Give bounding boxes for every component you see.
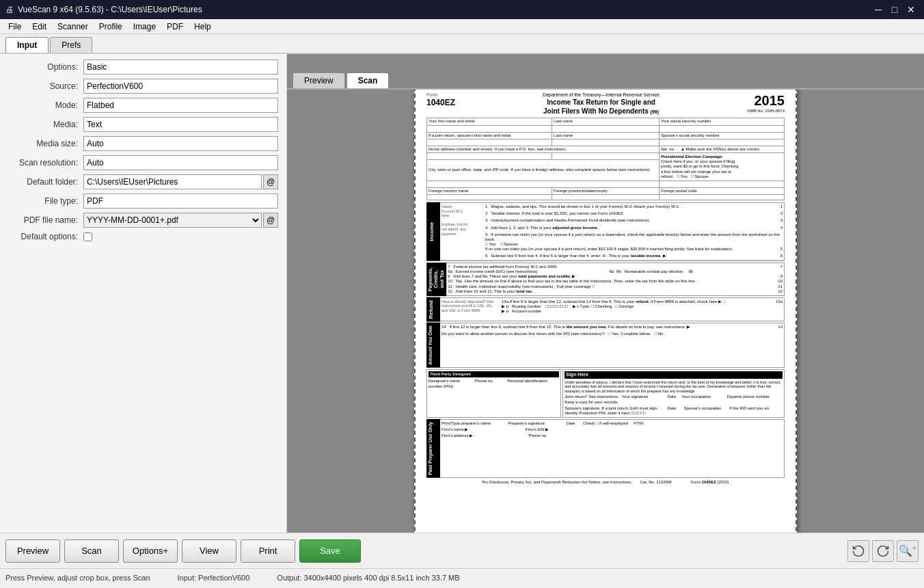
source-row: Source: PerfectionV600 (3, 79, 284, 94)
scanres-select-wrapper[interactable]: Auto 75 150 300 600 1200 (83, 155, 278, 170)
media-select[interactable]: Text Photo Slide Negative (87, 118, 275, 131)
options-select[interactable]: Basic Standard Professional (87, 60, 275, 74)
defaultopts-label: Default options: (8, 232, 83, 241)
mediasize-label: Media size: (8, 139, 83, 148)
title-text: VueScan 9 x64 (9.5.63) - C:\Users\IEUser… (18, 5, 202, 14)
omb-label: OMB No. 1545-0074 (747, 109, 785, 113)
mediasize-select[interactable]: Auto Letter A4 (87, 137, 275, 150)
preparer-section: Paid Preparer Use Only Print/Type prepar… (426, 419, 785, 478)
mediasize-row: Media size: Auto Letter A4 (3, 136, 284, 151)
tab-input[interactable]: Input (5, 37, 49, 53)
pdfname-label: PDF file name: (8, 215, 83, 225)
mode-label: Mode: (8, 101, 83, 110)
main-area: Options: Basic Standard Professional Sou… (0, 54, 924, 533)
options-row: Options: Basic Standard Professional (3, 59, 284, 75)
form-1040ez-label: 1040EZ (426, 98, 455, 107)
bottom-icons: 🔍+ (847, 540, 919, 562)
media-row: Media: Text Photo Slide Negative (3, 117, 284, 132)
menu-edit[interactable]: Edit (27, 21, 52, 33)
options-select-wrapper[interactable]: Basic Standard Professional (83, 59, 278, 75)
pdfname-at-button[interactable]: @ (263, 213, 278, 228)
folder-input[interactable] (83, 174, 262, 189)
amountowe-section: Amount You Owe 14 If line 12 is larger t… (426, 323, 785, 368)
print-button[interactable]: Print (241, 539, 295, 563)
defaultopts-checkbox[interactable] (83, 232, 92, 241)
status-input: Input: PerfectionV600 (178, 574, 250, 582)
close-button[interactable]: ✕ (903, 2, 919, 17)
folder-row: Default folder: @ (3, 174, 284, 189)
menu-scanner[interactable]: Scanner (52, 21, 94, 33)
preview-tabs-overlay: Preview Scan (287, 70, 924, 90)
left-panel: Options: Basic Standard Professional Sou… (0, 54, 287, 533)
defaultopts-row: Default options: (3, 232, 284, 241)
rotate-right-icon[interactable] (872, 540, 894, 562)
mediasize-select-wrapper[interactable]: Auto Letter A4 (83, 136, 278, 151)
signhere-section: Third Party Designee Designee's name Pho… (426, 369, 785, 418)
form-year-label: 2015 (747, 92, 785, 109)
footer-disclosure: For Disclosure, Privacy Act, and Paperwo… (426, 480, 785, 485)
filetype-select[interactable]: PDF JPEG TIFF PNG (87, 194, 275, 208)
source-label: Source: (8, 81, 83, 91)
minimize-button[interactable]: ─ (871, 2, 886, 17)
preview-area: Form 1040EZ Department of the Treasury—I… (287, 54, 924, 533)
filetype-select-wrapper[interactable]: PDF JPEG TIFF PNG (83, 193, 278, 209)
options-button[interactable]: Options+ (123, 539, 178, 563)
status-output: Output: 3400x4400 pixels 400 dpi 8.5x11 … (277, 574, 459, 582)
tab-preview-overlay[interactable]: Preview (293, 72, 345, 88)
scan-button[interactable]: Scan (64, 539, 119, 563)
menu-pdf[interactable]: PDF (161, 21, 189, 33)
pdfname-select[interactable]: YYYY-MM-DD-0001+.pdf (83, 213, 262, 228)
tab-scan-overlay[interactable]: Scan (346, 72, 390, 88)
form-number-label: Form (426, 92, 455, 98)
tab-prefs[interactable]: Prefs (50, 37, 92, 53)
maximize-button[interactable]: □ (887, 2, 902, 17)
pdfname-row: PDF file name: YYYY-MM-DD-0001+.pdf @ (3, 213, 284, 228)
document-preview: Form 1040EZ Department of the Treasury—I… (414, 80, 797, 533)
source-select-wrapper[interactable]: PerfectionV600 (83, 79, 278, 94)
mode-select-wrapper[interactable]: Flatbed Transparency ADF (83, 98, 278, 113)
folder-at-button[interactable]: @ (263, 174, 278, 189)
tabs-bar: Input Prefs (0, 34, 924, 54)
filetype-label: File type: (8, 196, 83, 206)
save-button[interactable]: Save (299, 539, 361, 563)
form-title-label: Income Tax Return for Single andJoint Fi… (461, 98, 742, 116)
app-icon: 🖨 (5, 5, 14, 14)
view-button[interactable]: View (182, 539, 236, 563)
scanres-select[interactable]: Auto 75 150 300 600 1200 (87, 156, 275, 170)
scanres-row: Scan resolution: Auto 75 150 300 600 120… (3, 155, 284, 170)
folder-label: Default folder: (8, 177, 83, 187)
status-hint: Press Preview, adjust crop box, press Sc… (5, 574, 150, 582)
source-select[interactable]: PerfectionV600 (87, 79, 275, 93)
agency-label: Department of the Treasury—Internal Reve… (461, 92, 742, 98)
rotate-left-icon[interactable] (847, 540, 869, 562)
scanres-label: Scan resolution: (8, 158, 83, 168)
media-select-wrapper[interactable]: Text Photo Slide Negative (83, 117, 278, 132)
refund-section: Refund Have a directly deposited? See in… (426, 297, 785, 322)
menu-image[interactable]: Image (128, 21, 161, 33)
income-section: Income AttachForm(s) W-2here.Enclose, bu… (426, 202, 785, 261)
bottom-toolbar: Preview Scan Options+ View Print Save 🔍+ (0, 533, 924, 568)
preview-button[interactable]: Preview (5, 539, 60, 563)
mode-select[interactable]: Flatbed Transparency ADF (87, 98, 275, 112)
filetype-row: File type: PDF JPEG TIFF PNG (3, 193, 284, 209)
menu-help[interactable]: Help (189, 21, 217, 33)
mode-row: Mode: Flatbed Transparency ADF (3, 98, 284, 113)
menubar: File Edit Scanner Profile Image PDF Help (0, 19, 924, 34)
menu-profile[interactable]: Profile (94, 21, 128, 33)
media-label: Media: (8, 120, 83, 129)
payments-section: Payments,Credits,and Tax 7 Federal incom… (426, 263, 785, 296)
status-bar: Press Preview, adjust crop box, press Sc… (0, 568, 924, 586)
zoom-in-icon[interactable]: 🔍+ (897, 540, 919, 562)
menu-file[interactable]: File (3, 21, 27, 33)
options-label: Options: (8, 62, 83, 72)
name-section: Your first name and initial Last name Yo… (426, 118, 785, 200)
titlebar: 🖨 VueScan 9 x64 (9.5.63) - C:\Users\IEUs… (0, 0, 924, 19)
